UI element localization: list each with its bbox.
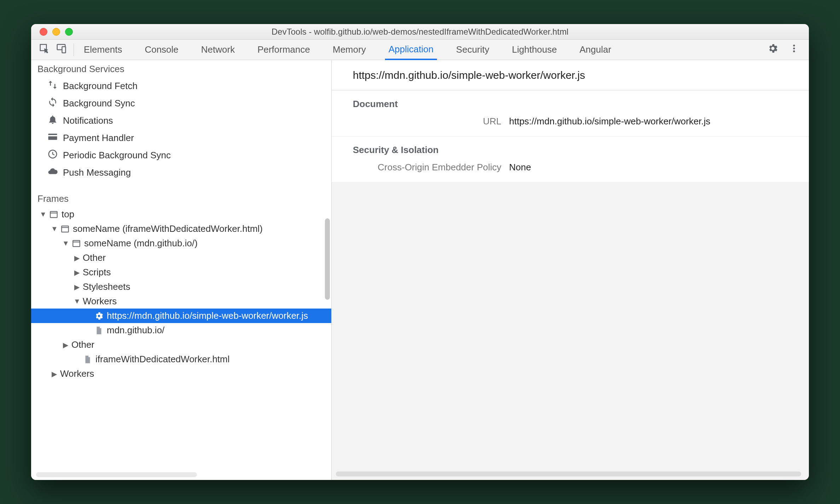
tab-memory[interactable]: Memory	[329, 40, 369, 60]
disclosure-right-icon: ▶	[51, 370, 57, 378]
svg-point-4	[793, 51, 795, 52]
disclosure-down-icon: ▼	[74, 297, 80, 305]
sidebar-item-payment-handler[interactable]: Payment Handler	[37, 129, 331, 147]
file-icon	[94, 326, 104, 335]
toolbar-divider	[74, 43, 74, 56]
frames-tree: ▼ top ▼ someName (iframeWithDedicatedWor…	[31, 207, 331, 381]
disclosure-down-icon: ▼	[40, 210, 46, 218]
section-frames: Frames	[31, 190, 331, 207]
tab-performance[interactable]: Performance	[254, 40, 314, 60]
device-toolbar-icon[interactable]	[56, 43, 66, 56]
settings-gear-icon[interactable]	[767, 43, 778, 57]
value-coep: None	[509, 162, 531, 173]
panel-body: Background Services Background Fetch Bac…	[31, 60, 809, 480]
tree-item-iframe-1[interactable]: ▼ someName (iframeWithDedicatedWorker.ht…	[31, 222, 331, 236]
tab-lighthouse[interactable]: Lighthouse	[508, 40, 560, 60]
label-coep: Cross-Origin Embedder Policy	[353, 162, 501, 173]
svg-point-3	[793, 47, 795, 49]
detail-pane: https://mdn.github.io/simple-web-worker/…	[332, 60, 809, 480]
frame-icon	[71, 239, 81, 248]
window-icon	[49, 210, 59, 219]
detail-section-document: Document URL https://mdn.github.io/simpl…	[332, 91, 809, 136]
file-icon	[83, 354, 93, 364]
disclosure-right-icon: ▶	[74, 283, 80, 291]
detail-section-security: Security & Isolation Cross-Origin Embedd…	[332, 137, 809, 182]
window-title: DevTools - wolfib.github.io/web-demos/ne…	[31, 27, 809, 37]
sidebar-item-notifications[interactable]: Notifications	[37, 112, 331, 129]
svg-point-2	[793, 45, 795, 46]
arrows-updown-icon	[47, 80, 58, 93]
sidebar-vertical-scrollbar[interactable]	[325, 63, 330, 469]
panel-tabs: Elements Console Network Performance Mem…	[80, 40, 615, 60]
detail-horizontal-scrollbar[interactable]	[336, 471, 801, 476]
tree-item-workers[interactable]: ▼ Workers	[31, 294, 331, 309]
bell-icon	[47, 114, 58, 127]
window-titlebar: DevTools - wolfib.github.io/web-demos/ne…	[31, 24, 809, 40]
tree-item-scripts[interactable]: ▶ Scripts	[31, 265, 331, 280]
detail-header: https://mdn.github.io/simple-web-worker/…	[332, 60, 809, 90]
disclosure-down-icon: ▼	[51, 225, 57, 233]
devtools-tabstrip: Elements Console Network Performance Mem…	[31, 40, 809, 60]
svg-rect-1	[62, 47, 66, 53]
disclosure-right-icon: ▶	[74, 254, 80, 262]
clock-icon	[47, 149, 58, 162]
disclosure-right-icon: ▶	[62, 341, 69, 349]
card-icon	[47, 131, 58, 145]
tree-item-document-2[interactable]: iframeWithDedicatedWorker.html	[31, 352, 331, 367]
tab-network[interactable]: Network	[198, 40, 238, 60]
sidebar-item-periodic-sync[interactable]: Periodic Background Sync	[37, 147, 331, 164]
disclosure-right-icon: ▶	[74, 268, 80, 277]
gear-icon	[94, 311, 104, 321]
tree-item-worker-selected[interactable]: https://mdn.github.io/simple-web-worker/…	[31, 309, 331, 323]
sidebar-horizontal-scrollbar[interactable]	[36, 472, 197, 477]
disclosure-down-icon: ▼	[62, 239, 69, 247]
section-heading-security: Security & Isolation	[353, 145, 788, 156]
inspect-element-icon[interactable]	[39, 43, 49, 56]
tab-console[interactable]: Console	[141, 40, 182, 60]
section-heading-document: Document	[353, 99, 788, 110]
application-sidebar: Background Services Background Fetch Bac…	[31, 60, 332, 480]
tree-item-iframe-2[interactable]: ▼ someName (mdn.github.io/)	[31, 236, 331, 251]
tab-angular[interactable]: Angular	[576, 40, 615, 60]
svg-rect-6	[50, 211, 57, 217]
tree-item-other-1[interactable]: ▶ Other	[31, 251, 331, 265]
section-background-services: Background Services	[31, 60, 331, 77]
tab-application[interactable]: Application	[385, 40, 437, 60]
value-url: https://mdn.github.io/simple-web-worker/…	[509, 116, 710, 127]
tab-elements[interactable]: Elements	[80, 40, 126, 60]
tree-item-top[interactable]: ▼ top	[31, 207, 331, 222]
tree-item-document-1[interactable]: mdn.github.io/	[31, 323, 331, 338]
sidebar-item-background-sync[interactable]: Background Sync	[37, 95, 331, 112]
frame-icon	[60, 224, 70, 234]
sync-icon	[47, 97, 58, 110]
devtools-window: DevTools - wolfib.github.io/web-demos/ne…	[31, 24, 809, 480]
cloud-icon	[47, 166, 58, 179]
tab-security[interactable]: Security	[453, 40, 493, 60]
svg-rect-10	[73, 240, 80, 246]
sidebar-item-push-messaging[interactable]: Push Messaging	[37, 164, 331, 181]
sidebar-item-background-fetch[interactable]: Background Fetch	[37, 77, 331, 95]
label-url: URL	[353, 116, 501, 127]
svg-rect-8	[62, 226, 69, 232]
tree-item-workers-2[interactable]: ▶ Workers	[31, 367, 331, 381]
tree-item-stylesheets[interactable]: ▶ Stylesheets	[31, 280, 331, 294]
more-menu-icon[interactable]	[789, 43, 799, 56]
tree-item-other-2[interactable]: ▶ Other	[31, 338, 331, 352]
